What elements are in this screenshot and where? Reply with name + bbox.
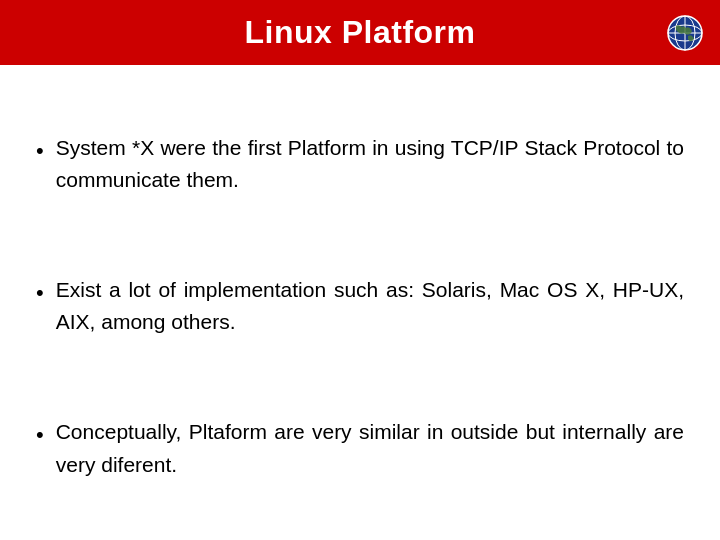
bullet-item-2: • Exist a lot of implementation such as:… bbox=[36, 266, 684, 347]
bullet-dot-1: • bbox=[36, 134, 44, 167]
bullet-text-1: System *X were the first Platform in usi… bbox=[56, 132, 684, 197]
globe-icon bbox=[666, 14, 704, 52]
bullet-text-2: Exist a lot of implementation such as: S… bbox=[56, 274, 684, 339]
bullet-item-1: • System *X were the first Platform in u… bbox=[36, 124, 684, 205]
bullet-dot-2: • bbox=[36, 276, 44, 309]
slide-header: Linux Platform bbox=[0, 0, 720, 65]
bullet-dot-3: • bbox=[36, 418, 44, 451]
bullet-item-3: • Conceptually, Pltaform are very simila… bbox=[36, 408, 684, 489]
slide-content: • System *X were the first Platform in u… bbox=[0, 65, 720, 540]
bullet-text-3: Conceptually, Pltaform are very similar … bbox=[56, 416, 684, 481]
slide-container: Linux Platform • System *X were the firs… bbox=[0, 0, 720, 540]
slide-title: Linux Platform bbox=[244, 14, 475, 51]
